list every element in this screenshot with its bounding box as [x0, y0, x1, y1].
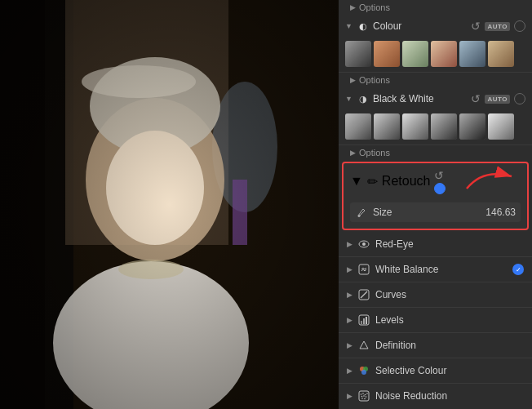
bw-auto: AUTO: [485, 95, 510, 104]
definition-chevron: ▶: [347, 341, 352, 349]
levels-chevron: ▶: [347, 316, 352, 324]
curves-title: Curves: [375, 289, 524, 300]
options-3[interactable]: ▶ Options: [339, 145, 532, 160]
top-options[interactable]: ▶ Options: [339, 0, 532, 15]
definition-section[interactable]: ▶ Definition: [339, 333, 532, 358]
svg-rect-12: [0, 0, 339, 409]
white-balance-section[interactable]: ▶ White Balance: [339, 257, 532, 282]
colour-thumbs: [339, 38, 532, 72]
svg-point-25: [361, 370, 366, 375]
bw-controls: ↺ AUTO: [471, 92, 525, 105]
retouch-controls: ↺: [434, 168, 446, 194]
retouch-title: Retouch: [382, 174, 431, 189]
svg-point-34: [361, 398, 363, 399]
retouch-chevron: ▼: [350, 174, 363, 189]
bw-title: Black & White: [373, 93, 467, 104]
size-row: Size 146.63: [350, 202, 521, 222]
options-2[interactable]: ▶ Options: [339, 73, 532, 87]
size-label: Size: [373, 207, 485, 218]
colour-thumb-6[interactable]: [488, 41, 514, 67]
bw-toggle[interactable]: [514, 93, 525, 104]
svg-point-33: [366, 396, 367, 398]
bw-thumb-2[interactable]: [374, 113, 400, 140]
svg-point-29: [365, 394, 366, 396]
colour-title: Colour: [373, 20, 467, 32]
selective-colour-icon: [357, 364, 370, 377]
options-label-top: Options: [359, 2, 390, 12]
svg-point-30: [366, 393, 368, 394]
bw-reset[interactable]: ↺: [471, 92, 481, 105]
retouch-icon: ✏: [367, 174, 378, 189]
levels-title: Levels: [375, 314, 524, 326]
wb-icon: [357, 263, 370, 276]
bw-thumb-3[interactable]: [402, 113, 428, 140]
options-label-3: Options: [359, 148, 390, 158]
red-eye-icon: [357, 238, 370, 251]
noise-reduction-title: Noise Reduction: [375, 390, 524, 402]
definition-icon: [357, 339, 370, 352]
svg-point-32: [363, 395, 365, 397]
colour-icon: ◐: [357, 20, 369, 32]
main-photo: [0, 0, 339, 409]
svg-rect-21: [366, 317, 367, 324]
svg-rect-19: [361, 321, 362, 324]
bw-thumb-5[interactable]: [459, 113, 485, 140]
bw-chevron: ▼: [345, 95, 353, 103]
selective-colour-section[interactable]: ▶ Selective Colour: [339, 358, 532, 384]
svg-point-35: [364, 398, 366, 400]
definition-title: Definition: [375, 340, 524, 351]
colour-auto: AUTO: [485, 22, 510, 31]
svg-point-15: [362, 242, 366, 246]
retouch-toggle[interactable]: [434, 183, 446, 194]
colour-header[interactable]: ▼ ◐ Colour ↺ AUTO: [339, 15, 532, 38]
bw-section: ▼ ◑ Black & White ↺ AUTO: [339, 87, 532, 145]
levels-icon: [357, 313, 370, 327]
colour-thumb-1[interactable]: [345, 41, 371, 67]
svg-point-28: [362, 393, 364, 394]
retouch-reset[interactable]: ↺: [434, 169, 444, 182]
svg-rect-20: [363, 318, 365, 324]
levels-section[interactable]: ▶ Levels: [339, 308, 532, 333]
wb-check: [512, 264, 524, 275]
colour-thumb-5[interactable]: [459, 41, 485, 67]
retouch-body: Size 146.63: [344, 199, 527, 229]
bw-thumb-6[interactable]: [488, 113, 514, 140]
colour-reset[interactable]: ↺: [471, 20, 481, 33]
colour-thumb-3[interactable]: [402, 41, 428, 67]
svg-point-13: [358, 215, 361, 217]
red-eye-chevron: ▶: [347, 240, 352, 248]
brush-icon: [355, 206, 368, 219]
curves-section[interactable]: ▶ Curves: [339, 282, 532, 308]
colour-controls: ↺ AUTO: [471, 20, 525, 33]
noise-reduction-section[interactable]: ▶ Noise Reduction: [339, 384, 532, 408]
colour-thumb-2[interactable]: [374, 41, 400, 67]
options-label-2: Options: [359, 75, 390, 85]
svg-rect-16: [359, 265, 369, 274]
selective-colour-title: Selective Colour: [375, 365, 524, 376]
red-eye-title: Red-Eye: [375, 238, 524, 250]
bw-thumb-1[interactable]: [345, 113, 371, 140]
wb-title: White Balance: [375, 264, 508, 275]
bw-header[interactable]: ▼ ◑ Black & White ↺ AUTO: [339, 87, 532, 110]
bw-thumbs: [339, 110, 532, 144]
bw-thumb-4[interactable]: [431, 113, 457, 140]
noise-reduction-icon: [357, 389, 370, 402]
colour-toggle[interactable]: [514, 20, 525, 32]
right-panel: ▶ Options ▼ ◐ Colour ↺ AUTO: [339, 0, 532, 409]
retouch-section: ▼ ✏ Retouch ↺ Size 146.6: [342, 162, 529, 230]
colour-chevron: ▼: [345, 22, 353, 30]
curves-icon: [357, 288, 370, 301]
svg-point-31: [361, 396, 363, 398]
noise-reduction-chevron: ▶: [347, 392, 352, 400]
size-value: 146.63: [485, 207, 516, 218]
selective-colour-chevron: ▶: [347, 367, 352, 375]
retouch-header[interactable]: ▼ ✏ Retouch ↺: [344, 163, 527, 199]
image-panel: [0, 0, 339, 409]
colour-section: ▼ ◐ Colour ↺ AUTO: [339, 15, 532, 73]
red-eye-section[interactable]: ▶ Red-Eye: [339, 232, 532, 257]
curves-chevron: ▶: [347, 291, 352, 299]
colour-thumb-4[interactable]: [431, 41, 457, 67]
svg-point-27: [361, 393, 362, 395]
svg-marker-22: [360, 341, 368, 349]
wb-chevron: ▶: [347, 265, 352, 273]
